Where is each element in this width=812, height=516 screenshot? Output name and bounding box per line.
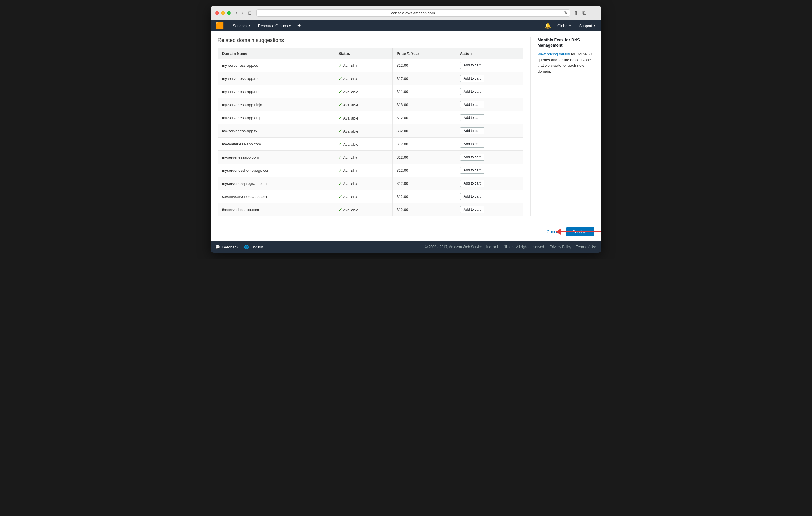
minimize-button[interactable] xyxy=(221,11,225,15)
add-to-cart-button[interactable]: Add to cart xyxy=(460,75,485,82)
domain-name-cell: savemyserverlessapp.com xyxy=(218,190,334,203)
status-text: Available xyxy=(343,90,358,94)
maximize-button[interactable] xyxy=(227,11,231,15)
status-cell: ✓ Available xyxy=(334,203,392,216)
notifications-icon[interactable]: 🔔 xyxy=(545,23,551,29)
price-cell: $12.00 xyxy=(392,151,456,164)
address-bar[interactable]: console.aws.amazon.com xyxy=(256,9,570,17)
price-cell: $12.00 xyxy=(392,111,456,124)
copyright-text: © 2008 - 2017, Amazon Web Services, Inc.… xyxy=(425,245,545,249)
check-icon: ✓ xyxy=(338,207,342,212)
action-cell: Add to cart xyxy=(456,203,523,216)
price-cell: $17.00 xyxy=(392,72,456,85)
global-menu[interactable]: Global ▾ xyxy=(556,23,573,29)
table-row: myserverlessapp.com✓ Available$12.00Add … xyxy=(218,151,523,164)
status-cell: ✓ Available xyxy=(334,111,392,124)
action-cell: Add to cart xyxy=(456,72,523,85)
globe-icon: 🌐 xyxy=(244,245,249,249)
col-header-status: Status xyxy=(334,49,392,59)
services-label: Services xyxy=(233,24,247,28)
pin-icon[interactable]: ✦ xyxy=(297,23,301,29)
terms-of-use-link[interactable]: Terms of Use xyxy=(576,245,597,249)
resource-groups-menu[interactable]: Resource Groups ▾ xyxy=(256,23,292,29)
resource-groups-caret: ▾ xyxy=(289,24,290,27)
action-cell: Add to cart xyxy=(456,190,523,203)
status-cell: ✓ Available xyxy=(334,98,392,111)
table-row: myserverlessprogram.com✓ Available$12.00… xyxy=(218,177,523,190)
status-text: Available xyxy=(343,155,358,160)
status-text: Available xyxy=(343,208,358,212)
arrow-head xyxy=(556,229,560,235)
add-tab-button[interactable]: ＋ xyxy=(589,9,597,17)
traffic-lights xyxy=(215,11,231,15)
status-cell: ✓ Available xyxy=(334,124,392,138)
language-button[interactable]: 🌐 English xyxy=(244,245,263,249)
arrow-line xyxy=(560,231,602,232)
price-cell: $32.00 xyxy=(392,124,456,138)
add-to-cart-button[interactable]: Add to cart xyxy=(460,154,485,161)
add-to-cart-button[interactable]: Add to cart xyxy=(460,167,485,174)
action-cell: Add to cart xyxy=(456,177,523,190)
forward-button[interactable]: › xyxy=(240,10,245,16)
check-icon: ✓ xyxy=(338,168,342,173)
privacy-policy-link[interactable]: Privacy Policy xyxy=(550,245,572,249)
add-to-cart-button[interactable]: Add to cart xyxy=(460,141,485,148)
add-to-cart-button[interactable]: Add to cart xyxy=(460,193,485,200)
add-to-cart-button[interactable]: Add to cart xyxy=(460,88,485,95)
table-row: savemyserverlessapp.com✓ Available$12.00… xyxy=(218,190,523,203)
price-cell: $11.00 xyxy=(392,85,456,98)
table-row: theserverlessapp.com✓ Available$12.00Add… xyxy=(218,203,523,216)
price-cell: $12.00 xyxy=(392,190,456,203)
action-cell: Add to cart xyxy=(456,111,523,124)
add-to-cart-button[interactable]: Add to cart xyxy=(460,62,485,69)
refresh-icon[interactable]: ↻ xyxy=(564,10,568,15)
price-cell: $12.00 xyxy=(392,59,456,72)
price-cell: $18.00 xyxy=(392,98,456,111)
status-cell: ✓ Available xyxy=(334,85,392,98)
action-cell: Add to cart xyxy=(456,98,523,111)
services-menu[interactable]: Services ▾ xyxy=(231,23,252,29)
check-icon: ✓ xyxy=(338,142,342,147)
check-icon: ✓ xyxy=(338,128,342,133)
close-button[interactable] xyxy=(215,11,219,15)
feedback-label: Feedback xyxy=(222,245,238,249)
check-icon: ✓ xyxy=(338,89,342,94)
col-header-action: Action xyxy=(456,49,523,59)
section-title: Related domain suggestions xyxy=(218,37,523,43)
add-to-cart-button[interactable]: Add to cart xyxy=(460,127,485,134)
add-to-cart-button[interactable]: Add to cart xyxy=(460,114,485,121)
table-row: my-serverless-app.tv✓ Available$32.00Add… xyxy=(218,124,523,138)
english-label: English xyxy=(251,245,263,249)
back-button[interactable]: ‹ xyxy=(234,10,239,16)
services-caret: ▾ xyxy=(249,24,250,27)
resource-groups-label: Resource Groups xyxy=(258,24,288,28)
action-cell: Add to cart xyxy=(456,85,523,98)
add-to-cart-button[interactable]: Add to cart xyxy=(460,206,485,213)
action-cell: Add to cart xyxy=(456,164,523,177)
domain-name-cell: myserverlesshomepage.com xyxy=(218,164,334,177)
action-cell: Add to cart xyxy=(456,59,523,72)
domain-name-cell: my-serverless-app.me xyxy=(218,72,334,85)
new-window-button[interactable]: ⧉ xyxy=(581,9,587,17)
feedback-button[interactable]: 💬 Feedback xyxy=(215,245,238,249)
view-pricing-link[interactable]: View pricing details xyxy=(538,52,570,56)
domain-name-cell: my-serverless-app.ninja xyxy=(218,98,334,111)
add-to-cart-button[interactable]: Add to cart xyxy=(460,180,485,187)
col-header-domain: Domain Name xyxy=(218,49,334,59)
table-row: myserverlesshomepage.com✓ Available$12.0… xyxy=(218,164,523,177)
table-row: my-waiterless-app.com✓ Available$12.00Ad… xyxy=(218,138,523,151)
aws-logo: 🟧 xyxy=(215,22,224,30)
support-menu[interactable]: Support ▾ xyxy=(577,23,597,29)
global-caret: ▾ xyxy=(569,24,571,27)
price-cell: $12.00 xyxy=(392,164,456,177)
status-cell: ✓ Available xyxy=(334,190,392,203)
bottom-actions: Cancel Continue xyxy=(210,222,602,241)
add-to-cart-button[interactable]: Add to cart xyxy=(460,101,485,108)
status-text: Available xyxy=(343,129,358,133)
tab-view-button[interactable]: ⊡ xyxy=(246,10,254,16)
domain-name-cell: my-serverless-app.org xyxy=(218,111,334,124)
domain-name-cell: theserverlessapp.com xyxy=(218,203,334,216)
share-button[interactable]: ⬆ xyxy=(573,9,580,17)
domain-name-cell: my-waiterless-app.com xyxy=(218,138,334,151)
status-text: Available xyxy=(343,103,358,107)
